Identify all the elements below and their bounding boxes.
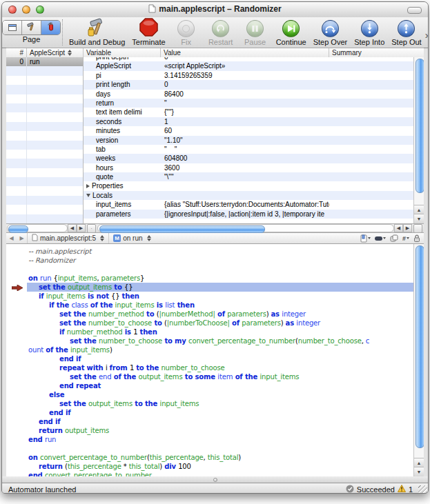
variable-row[interactable]: parameters{|ignoresInput|:false, |action…: [84, 210, 413, 219]
source-editor[interactable]: -- main.applescript-- Randomizeron run {…: [6, 244, 424, 476]
code-line[interactable]: end convert_percentage_to_number: [6, 471, 413, 476]
code-line[interactable]: if input_items is not {} then: [6, 292, 413, 301]
stack-column-number[interactable]: #: [6, 48, 27, 57]
toolbar-button-step-into[interactable]: Step Into: [354, 19, 384, 46]
code-line[interactable]: set the number_method to (|numberMethod|…: [6, 310, 413, 319]
stack-scroll-right-arrow[interactable]: ▶: [77, 224, 86, 232]
code-line[interactable]: repeat with i from 1 to the number_to_ch…: [6, 363, 413, 372]
stack-empty-row: [6, 150, 83, 159]
variable-row[interactable]: days86400: [84, 90, 413, 99]
history-forward-button[interactable]: ▶: [17, 235, 27, 241]
disclosure-open-icon[interactable]: [86, 194, 90, 197]
stack-column-applescript[interactable]: AppleScript: [27, 48, 84, 57]
variable-row[interactable]: Locals: [84, 191, 413, 200]
scroll-down-arrow[interactable]: ▼: [414, 467, 424, 476]
code-line[interactable]: end if: [6, 417, 413, 426]
variable-row[interactable]: weeks604800: [84, 154, 413, 163]
stack-hscrollbar[interactable]: [7, 224, 68, 232]
variable-row[interactable]: tab" ": [84, 145, 413, 154]
variable-row[interactable]: input_items{alias "Stuff:Users:terrydon:…: [84, 200, 413, 209]
file-popup[interactable]: main.applescript:5: [27, 233, 108, 243]
scroll-down-arrow[interactable]: ▼: [414, 214, 424, 223]
code-line[interactable]: set the output_items to the input_items: [6, 399, 413, 408]
stack-empty-row: [6, 205, 83, 214]
code-line[interactable]: set the number_to_choose to my convert_p…: [6, 336, 413, 345]
variables-scroll-right-arrow[interactable]: ▶: [403, 224, 412, 232]
line-numbers-menu-icon[interactable]: #: [402, 235, 409, 242]
code-line[interactable]: end repeat: [6, 381, 413, 390]
variables-hscrollbar-thumb[interactable]: [99, 225, 265, 233]
pane-resize-button[interactable]: ·: [87, 224, 96, 233]
variable-row[interactable]: print length0: [84, 80, 413, 89]
code-line[interactable]: else: [6, 390, 413, 399]
code-line[interactable]: end run: [6, 435, 413, 444]
bookmarks-menu-icon[interactable]: [360, 234, 371, 243]
variables-hscrollbar[interactable]: [97, 224, 394, 232]
history-back-button[interactable]: ◀: [6, 235, 17, 241]
code-line[interactable]: end if: [6, 354, 413, 363]
stack-hscrollbar-thumb[interactable]: [8, 225, 28, 233]
variable-row[interactable]: hours3600: [84, 163, 413, 172]
stack-scroll-left-arrow[interactable]: ◀: [68, 224, 77, 232]
variables-scroll-left-arrow[interactable]: ◀: [394, 224, 403, 232]
resize-grip[interactable]: [418, 485, 427, 494]
stack-frame-row[interactable]: 0run: [6, 57, 83, 66]
variable-row[interactable]: pi3.14159265359: [84, 71, 413, 80]
toolbar-toggle-button[interactable]: [407, 7, 422, 14]
scroll-up-arrow[interactable]: ▲: [414, 205, 424, 214]
editor-scrollbar-thumb[interactable]: [416, 245, 424, 448]
code-line[interactable]: set the number_to_choose to (|numberToCh…: [6, 319, 413, 327]
restart-icon: [212, 20, 229, 37]
editor-scrollbar[interactable]: ▲ ▼: [413, 244, 424, 476]
variable-row[interactable]: version"1.10": [84, 136, 413, 145]
toolbar-overflow-chevron[interactable]: »: [425, 25, 429, 41]
scroll-up-arrow[interactable]: ▲: [414, 458, 424, 467]
code-line[interactable]: -- main.applescript: [6, 247, 413, 256]
code-line[interactable]: if number_method is 1 then: [6, 327, 413, 336]
breakpoints-menu-icon[interactable]: [375, 236, 386, 241]
code-line[interactable]: return (this_percentage * this_total) di…: [6, 462, 413, 471]
disclosure-closed-icon[interactable]: [86, 184, 90, 188]
variable-row[interactable]: seconds1: [84, 117, 413, 126]
warning-icon[interactable]: [398, 485, 406, 494]
symbol-popup[interactable]: M on run: [108, 233, 155, 243]
code-line[interactable]: [6, 265, 413, 274]
code-line[interactable]: end if: [6, 408, 413, 417]
variable-row[interactable]: Properties: [84, 181, 413, 190]
code-line[interactable]: -- Randomizer: [6, 256, 413, 265]
warning-count[interactable]: 1: [409, 485, 413, 494]
code-line[interactable]: [6, 444, 413, 453]
variable-row[interactable]: return": [84, 99, 413, 108]
toolbar-button-terminate[interactable]: Terminate: [132, 19, 165, 46]
toolbar-button-step-out[interactable]: Step Out: [391, 19, 421, 46]
page-segment-editor[interactable]: [3, 21, 22, 34]
current-execution-line[interactable]: set the output_items to {}: [6, 283, 413, 292]
variable-row[interactable]: minutes60: [84, 126, 413, 135]
toolbar-button-continue[interactable]: Continue: [276, 19, 306, 46]
variable-row[interactable]: text item delimi{""}: [84, 108, 413, 117]
page-segment-build[interactable]: [22, 21, 41, 34]
code-line[interactable]: on convert_percentage_to_number(this_per…: [6, 453, 413, 462]
variables-column-value[interactable]: Value: [161, 48, 329, 57]
page-segment-debug[interactable]: [41, 21, 60, 34]
variables-column-variable[interactable]: Variable: [84, 48, 161, 57]
code-line[interactable]: set the end of the output_items to some …: [6, 372, 413, 381]
variables-column-summary[interactable]: Summary: [329, 48, 424, 57]
variable-row[interactable]: quote"\"": [84, 172, 413, 181]
variables-scrollbar[interactable]: ▲ ▼: [413, 57, 424, 223]
code-line[interactable]: ount of the input_items): [6, 345, 413, 354]
build-succeeded-icon: [346, 485, 354, 494]
code-line[interactable]: on run {input_items, parameters}: [6, 274, 413, 283]
stack-empty-row: [6, 159, 83, 168]
pane-splitter[interactable]: [2, 476, 428, 483]
variables-scrollbar-thumb[interactable]: [416, 59, 424, 193]
variable-row[interactable]: AppleScript«script AppleScript»: [84, 61, 413, 70]
stack-empty-row: [6, 141, 83, 150]
toolbar-button-build-and-debug[interactable]: Build and Debug: [69, 19, 125, 46]
lock-icon[interactable]: [413, 234, 420, 242]
counterparts-icon[interactable]: [390, 234, 398, 242]
titlebar[interactable]: main.applescript – Randomizer: [2, 2, 428, 18]
code-line[interactable]: return output_items: [6, 426, 413, 435]
toolbar-button-step-over[interactable]: Step Over: [313, 19, 348, 46]
code-line[interactable]: if the class of the input_items is list …: [6, 301, 413, 310]
